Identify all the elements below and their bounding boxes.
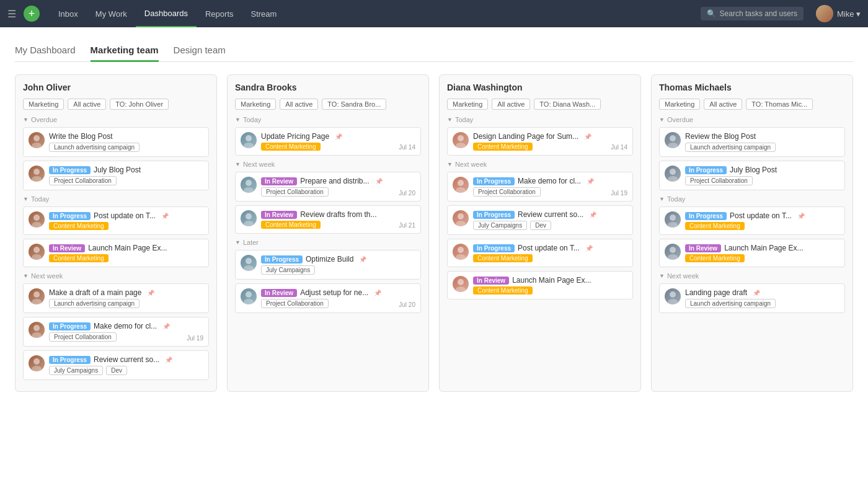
task-card[interactable]: Write the Blog PostLaunch advertising ca… (23, 127, 209, 157)
task-card[interactable]: In ReviewLaunch Main Page Ex...Content M… (23, 239, 209, 267)
caret-icon: ▼ (23, 273, 29, 279)
tab-marketing-team[interactable]: Marketing team (91, 40, 159, 62)
task-project-row: Content MarketingJul 14 (261, 143, 415, 151)
task-row: Landing page draft📌Launch advertising ca… (665, 288, 839, 308)
task-title-row: In ProgressJuly Blog Post (49, 166, 203, 174)
filter-tag[interactable]: All active (492, 99, 530, 110)
task-body: In ReviewLaunch Main Page Ex...Content M… (685, 244, 839, 262)
task-card[interactable]: In ReviewAdjust setup for ne...📌Project … (235, 283, 421, 313)
task-name: Launch Main Page Ex... (512, 276, 591, 285)
status-badge: In Review (261, 177, 297, 185)
task-card[interactable]: In ProgressJuly Blog PostProject Collabo… (23, 161, 209, 190)
status-badge: In Review (261, 289, 297, 297)
task-card[interactable]: Design Landing Page for Sum...📌Content M… (447, 127, 633, 156)
task-name: Review drafts from th... (300, 210, 376, 219)
task-body: In ProgressPost update on T...📌Content M… (685, 211, 839, 230)
task-card[interactable]: Make a draft of a main page📌Launch adver… (23, 283, 209, 313)
task-avatar (241, 210, 257, 226)
task-avatar (241, 288, 257, 304)
task-body: In ProgressOptimize Build📌July Campaigns (261, 255, 415, 275)
svg-point-0 (33, 135, 40, 141)
task-name: Post update on T... (518, 244, 580, 252)
task-row: In ReviewReview drafts from th...Content… (241, 210, 415, 229)
filter-tag[interactable]: All active (68, 99, 106, 110)
task-card[interactable]: Landing page draft📌Launch advertising ca… (659, 283, 845, 313)
filter-tag[interactable]: TO: Sandra Bro... (322, 99, 386, 110)
task-card[interactable]: In ProgressJuly Blog PostProject Collabo… (659, 161, 845, 190)
task-project-row: Launch advertising campaign (685, 143, 839, 152)
svg-point-4 (33, 215, 40, 221)
filter-tag[interactable]: Marketing (447, 99, 488, 110)
task-card[interactable]: Update Pricing Page📌Content MarketingJul… (235, 127, 421, 156)
filter-tags: MarketingAll activeTO: Thomas Mic... (659, 99, 845, 110)
filter-tag[interactable]: TO: Thomas Mic... (746, 99, 813, 110)
task-name: Launch Main Page Ex... (88, 244, 167, 252)
task-card[interactable]: In ProgressMake demo for cl...📌Project C… (447, 172, 633, 202)
task-row: In ProgressPost update on T...📌Content M… (29, 211, 203, 230)
svg-point-38 (670, 215, 676, 221)
task-card[interactable]: Review the Blog PostLaunch advertising c… (659, 127, 845, 157)
section-header: ▼ Today (659, 195, 845, 203)
status-badge: In Progress (49, 356, 91, 364)
add-button[interactable]: + (24, 6, 40, 22)
task-date: Jul 20 (399, 301, 415, 308)
task-card[interactable]: In ReviewLaunch Main Page Ex...Content M… (447, 271, 633, 299)
task-date: Jul 21 (399, 222, 415, 229)
nav-dashboards[interactable]: Dashboards (136, 0, 197, 27)
task-title-row: Design Landing Page for Sum...📌 (473, 132, 627, 141)
pin-icon: 📌 (147, 290, 154, 296)
task-title-row: In ProgressPost update on T...📌 (685, 211, 839, 220)
column-diana: Diana WashingtonMarketingAll activeTO: D… (439, 74, 641, 392)
task-card[interactable]: In ProgressReview current so...📌July Cam… (23, 350, 209, 380)
tab-my-dashboard[interactable]: My Dashboard (15, 40, 76, 62)
nav-reports[interactable]: Reports (197, 0, 242, 27)
section-header: ▼ Overdue (659, 116, 845, 123)
task-date: Jul 19 (187, 335, 203, 342)
task-card[interactable]: In ProgressReview current so...📌July Cam… (447, 205, 633, 235)
tab-design-team[interactable]: Design team (174, 40, 226, 62)
task-card[interactable]: In ProgressPost update on T...📌Content M… (659, 206, 845, 235)
board: John OliverMarketingAll activeTO: John O… (15, 74, 853, 392)
caret-icon: ▼ (235, 239, 241, 246)
task-card[interactable]: In ProgressOptimize Build📌July Campaigns (235, 250, 421, 280)
filter-tag[interactable]: Marketing (235, 99, 276, 110)
filter-tag[interactable]: TO: Diana Wash... (534, 99, 601, 110)
task-project-row: Content Marketing (473, 254, 627, 262)
nav-mywork[interactable]: My Work (87, 0, 136, 27)
task-title-row: In ReviewLaunch Main Page Ex... (685, 244, 839, 252)
task-title-row: In ProgressJuly Blog Post (685, 166, 839, 174)
task-card[interactable]: In ProgressPost update on T...📌Content M… (23, 206, 209, 235)
task-body: Make a draft of a main page📌Launch adver… (49, 288, 203, 308)
project-tag: Content Marketing (49, 254, 108, 262)
filter-tag[interactable]: Marketing (23, 99, 64, 110)
hamburger-icon[interactable]: ☰ (7, 8, 16, 20)
task-row: Review the Blog PostLaunch advertising c… (665, 132, 839, 152)
filter-tag[interactable]: TO: John Oliver (110, 99, 169, 110)
filter-tag[interactable]: All active (280, 99, 318, 110)
task-body: In ProgressMake demo for cl...📌Project C… (473, 177, 627, 197)
project-tag: Content Marketing (685, 254, 745, 262)
nav-stream[interactable]: Stream (242, 0, 286, 27)
pin-icon: 📌 (584, 133, 591, 140)
project-tag: Content Marketing (261, 143, 321, 151)
svg-point-35 (668, 143, 678, 148)
filter-tags: MarketingAll activeTO: Sandra Bro... (235, 99, 421, 110)
task-card[interactable]: In ProgressMake demo for cl...📌Project C… (23, 317, 209, 347)
page-content: My Dashboard Marketing team Design team … (0, 27, 868, 496)
task-card[interactable]: In ReviewPrepare and distrib...📌Project … (235, 172, 421, 202)
task-project-row: Project CollaborationJul 19 (49, 332, 203, 342)
filter-tag[interactable]: All active (704, 99, 742, 110)
task-card[interactable]: In ReviewReview drafts from th...Content… (235, 205, 421, 234)
status-badge: In Progress (49, 212, 91, 220)
filter-tag[interactable]: Marketing (659, 99, 700, 110)
svg-point-19 (244, 221, 254, 226)
task-card[interactable]: In ProgressPost update on T...📌Content M… (447, 239, 633, 267)
svg-point-28 (458, 213, 464, 219)
search-bar[interactable]: 🔍 Search tasks and users (701, 7, 804, 20)
task-card[interactable]: In ReviewLaunch Main Page Ex...Content M… (659, 239, 845, 267)
task-row: In ProgressJuly Blog PostProject Collabo… (665, 166, 839, 185)
task-body: In ProgressJuly Blog PostProject Collabo… (685, 166, 839, 185)
user-menu[interactable]: Mike ▾ (816, 5, 861, 22)
nav-inbox[interactable]: Inbox (50, 0, 87, 27)
project-tag: Launch advertising campaign (49, 143, 140, 152)
